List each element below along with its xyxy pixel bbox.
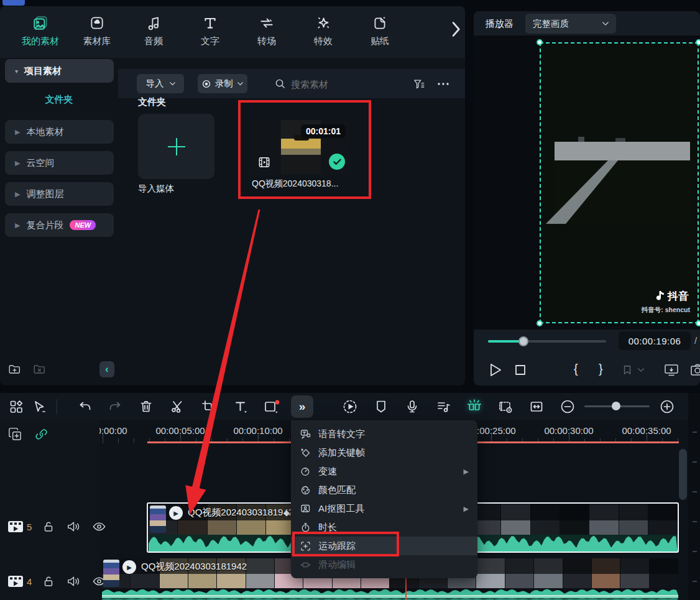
timeline-zoom-handle[interactable] [612, 402, 620, 410]
tab-label: 文字 [201, 35, 219, 47]
sidebar-item-local-media[interactable]: ▶ 本地素材 [5, 120, 114, 144]
watermark: 抖音 [655, 289, 689, 303]
collapse-caret-icon: ▾ [15, 68, 18, 75]
selection-handle-top-right[interactable] [696, 39, 700, 45]
lock-icon[interactable] [43, 520, 55, 533]
zoom-in-icon[interactable] [656, 395, 678, 418]
color-match-icon [300, 484, 311, 496]
mirror-display-button[interactable] [664, 363, 679, 377]
sidebar-item-label: 本地素材 [26, 126, 63, 138]
quality-selector[interactable]: 完整画质 [525, 14, 616, 34]
keyframe-icon [300, 447, 311, 458]
tab-transition[interactable]: 转场 [239, 15, 295, 47]
selection-handle-top-left[interactable] [537, 39, 543, 45]
split-scissors-icon[interactable] [166, 395, 188, 418]
fit-timeline-icon[interactable] [525, 395, 548, 418]
clip-audio-waveform [102, 589, 678, 595]
sidebar-item-label: 调整图层 [26, 188, 63, 200]
mark-out-button[interactable]: } [599, 362, 603, 376]
mark-in-button[interactable]: { [574, 362, 578, 376]
menu-item-add-keyframe[interactable]: 添加关键帧 [291, 443, 477, 462]
menu-item-color-match[interactable]: 颜色匹配 [291, 481, 477, 499]
tab-text[interactable]: 文字 [182, 15, 238, 47]
submenu-arrow-icon: ▶ [464, 468, 469, 476]
search-input[interactable] [290, 74, 398, 95]
player-title: 播放器 [486, 18, 513, 30]
marker-button[interactable] [622, 364, 644, 376]
clip-play-icon[interactable]: ▶ [122, 560, 136, 574]
slip-edit-icon [300, 559, 311, 570]
timecode-value: 00:00:19:06 [629, 336, 681, 346]
tabs-expand-chevron-icon[interactable] [450, 21, 461, 37]
tab-stickers[interactable]: 贴纸 [352, 15, 408, 47]
timeline-scrollbar-thumb[interactable] [679, 449, 687, 500]
app-window: 我的素材 素材库 音频 文字 转场 [0, 0, 700, 600]
tab-label: 转场 [257, 35, 276, 47]
edge-tick [693, 491, 697, 492]
stop-button[interactable] [514, 364, 527, 376]
video-selection-box[interactable]: 抖音 抖音号: shencut [540, 42, 699, 323]
timecode-display: 00:00:19:06 [619, 331, 691, 350]
undo-icon[interactable] [74, 395, 96, 418]
text-tool-icon[interactable] [229, 395, 252, 418]
media-tools-icon[interactable] [5, 395, 27, 418]
snapshot-camera-icon[interactable] [690, 363, 700, 377]
chevron-down-icon [638, 368, 644, 372]
menu-item-speed[interactable]: 变速 ▶ [291, 462, 477, 481]
voiceover-mic-icon[interactable] [401, 395, 423, 418]
lock-icon[interactable] [43, 575, 55, 588]
import-label: 导入 [146, 78, 164, 90]
sidebar-item-label: 云空间 [26, 157, 54, 169]
auto-link-icon[interactable] [34, 427, 49, 442]
duplicate-track-icon[interactable] [7, 427, 23, 442]
new-folder-icon[interactable] [7, 362, 22, 376]
stickers-icon [372, 15, 388, 31]
flag-marker-icon[interactable] [370, 395, 392, 418]
seek-slider-handle[interactable] [518, 336, 528, 346]
mute-speaker-icon[interactable] [67, 520, 81, 533]
select-tool-icon[interactable] [28, 395, 50, 418]
speech-to-text-icon [300, 428, 311, 440]
watermark-account: 抖音号: shencut [642, 306, 690, 315]
stock-library-icon [89, 15, 105, 31]
import-media-label: 导入媒体 [138, 183, 174, 195]
redo-icon[interactable] [104, 395, 126, 418]
project-media-header[interactable]: ▾ 项目素材 [5, 59, 114, 83]
delete-folder-icon[interactable] [32, 362, 47, 376]
sidebar-item-cloud-space[interactable]: ▶ 云空间 [5, 151, 114, 175]
quality-value: 完整画质 [533, 18, 569, 30]
more-options-icon[interactable] [436, 80, 450, 88]
tab-my-media[interactable]: 我的素材 [12, 15, 68, 47]
preview-track-icon[interactable] [494, 395, 517, 418]
sidebar-item-compound-clip[interactable]: ▶ 复合片段 NEW [5, 213, 114, 237]
sidebar-folder-title[interactable]: 文件夹 [0, 94, 118, 106]
zoom-out-icon[interactable] [556, 395, 579, 418]
tab-audio[interactable]: 音频 [126, 15, 182, 47]
render-preview-icon[interactable] [339, 395, 361, 418]
delete-icon[interactable] [135, 395, 157, 418]
mute-speaker-icon[interactable] [67, 575, 81, 588]
import-button[interactable]: 导入 [137, 74, 184, 93]
import-media-card[interactable] [138, 114, 214, 179]
filter-icon[interactable] [413, 78, 425, 90]
selection-handle-bottom-left[interactable] [537, 320, 543, 326]
menu-item-slip-edit: 滑动编辑 [291, 555, 477, 574]
play-button[interactable] [489, 362, 502, 377]
menu-item-ai-matting[interactable]: AI抠图工具 ▶ [291, 499, 477, 518]
player-viewport: 抖音 抖音号: shencut [474, 35, 700, 330]
more-tools-button[interactable]: » [291, 395, 313, 418]
tab-effects[interactable]: 特效 [295, 15, 351, 47]
selection-handle-bottom-right[interactable] [696, 320, 700, 326]
hide-track-eye-icon[interactable] [92, 521, 106, 532]
menu-item-speech-to-text[interactable]: 语音转文字 [291, 425, 477, 443]
tab-stock-library[interactable]: 素材库 [69, 15, 125, 47]
sidebar-item-adjustment-layer[interactable]: ▶ 调整图层 [5, 182, 114, 206]
crop-icon[interactable] [197, 395, 219, 418]
audio-sync-icon[interactable] [432, 395, 454, 418]
sidebar-collapse-button[interactable]: ‹ [99, 361, 114, 377]
record-button[interactable]: 录制 [198, 74, 247, 93]
auto-ripple-split-icon[interactable] [463, 395, 486, 418]
menu-label: 语音转文字 [318, 428, 365, 440]
text-icon [202, 15, 218, 31]
canvas-format-icon[interactable] [260, 395, 283, 418]
